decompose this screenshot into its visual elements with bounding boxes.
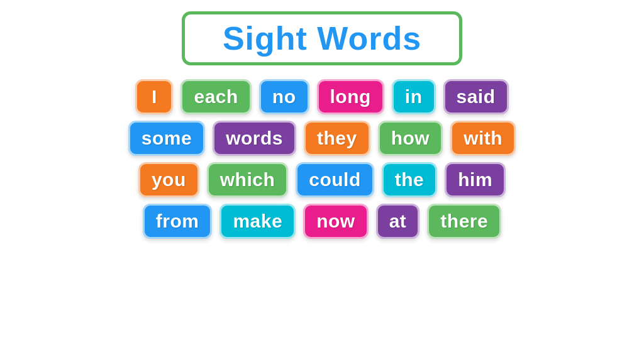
word-tile-no: no	[259, 79, 309, 114]
word-tile-which: which	[207, 162, 289, 197]
title-box: Sight Words	[182, 11, 462, 65]
word-tile-the: the	[382, 162, 438, 197]
word-tile-him: him	[445, 162, 506, 197]
word-tile-in: in	[392, 79, 436, 114]
word-tile-long: long	[317, 79, 384, 114]
word-tile-with: with	[450, 121, 516, 156]
word-row-1: somewordstheyhowwith	[128, 121, 516, 156]
word-tile-how: how	[378, 121, 443, 156]
word-tile-each: each	[180, 79, 251, 114]
word-tile-there: there	[427, 204, 501, 239]
word-tile-they: they	[304, 121, 370, 156]
word-tile-said: said	[443, 79, 509, 114]
word-row-3: frommakenowatthere	[143, 204, 501, 239]
page-title: Sight Words	[223, 20, 421, 57]
word-tile-you: you	[138, 162, 199, 197]
word-tile-some: some	[128, 121, 205, 156]
word-tile-from: from	[143, 204, 213, 239]
words-grid: Ieachnolonginsaidsomewordstheyhowwithyou…	[19, 79, 625, 239]
word-tile-make: make	[219, 204, 296, 239]
word-tile-I: I	[135, 79, 173, 114]
word-tile-could: could	[296, 162, 374, 197]
word-row-2: youwhichcouldthehim	[138, 162, 506, 197]
word-tile-words: words	[213, 121, 296, 156]
word-row-0: Ieachnolonginsaid	[135, 79, 508, 114]
word-tile-now: now	[303, 204, 369, 239]
word-tile-at: at	[376, 204, 420, 239]
